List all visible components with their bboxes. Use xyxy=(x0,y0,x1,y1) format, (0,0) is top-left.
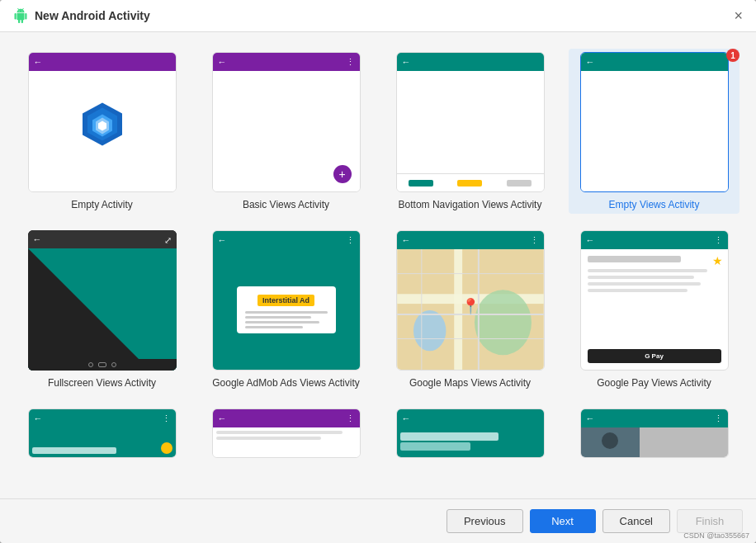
partial-circle xyxy=(602,432,618,449)
partial-preview-4: ← ⋮ xyxy=(580,408,729,458)
empty-activity-body xyxy=(29,71,176,191)
partial-body-2 xyxy=(213,427,360,457)
partial-topbar-2: ← ⋮ xyxy=(213,409,360,427)
pay-label: Google Pay Views Activity xyxy=(597,377,711,389)
fullscreen-label: Fullscreen Views Activity xyxy=(48,377,156,389)
back-arrow-icon: ← xyxy=(34,57,43,67)
hex-logo-icon xyxy=(78,100,127,149)
partial-body-4 xyxy=(581,427,728,457)
pay-line-2 xyxy=(588,276,695,279)
nav-dot-3 xyxy=(111,362,116,367)
bottom-navigation-bar xyxy=(397,173,544,191)
pay-menu-dots: ⋮ xyxy=(714,235,723,246)
map-body: 📍 xyxy=(397,249,544,370)
maps-label: Google Maps Views Activity xyxy=(409,377,531,389)
bottom-nav-topbar: ← xyxy=(397,53,544,71)
empty-activity-item[interactable]: ← xyxy=(17,49,187,214)
map-pin-icon: 📍 xyxy=(461,297,480,315)
empty-views-activity-item[interactable]: ← 1 Empty Views Activity xyxy=(569,49,739,214)
partial-body-1 xyxy=(29,427,176,457)
maps-menu-dots: ⋮ xyxy=(530,235,539,246)
partial-teal-bar xyxy=(400,432,498,441)
partial-line-2 xyxy=(216,437,322,440)
bottom-nav-body xyxy=(397,71,544,173)
partial-dots-2: ⋮ xyxy=(346,413,355,424)
partial-item-1[interactable]: ← ⋮ xyxy=(17,405,187,461)
finish-button[interactable]: Finish xyxy=(677,509,743,533)
empty-views-preview: ← xyxy=(580,52,729,192)
bottom-nav-preview: ← xyxy=(396,52,545,192)
maps-preview: ← ⋮ xyxy=(396,230,545,371)
bottom-nav-activity-item[interactable]: ← Bottom Navigation Views Activity xyxy=(385,49,555,214)
partial-body-3 xyxy=(397,427,544,457)
dialog-footer: Previous Next Cancel Finish xyxy=(0,498,756,543)
partial-preview-2: ← ⋮ xyxy=(212,408,361,458)
partial-back-2: ← xyxy=(218,413,227,423)
cancel-button[interactable]: Cancel xyxy=(602,509,670,533)
nav-item-3 xyxy=(507,180,532,187)
back-arrow-icon4: ← xyxy=(586,57,595,67)
android-icon xyxy=(13,8,28,23)
ad-line-2 xyxy=(245,316,311,319)
pay-body: ★ G Pay xyxy=(581,249,728,370)
next-button[interactable]: Next xyxy=(530,509,596,533)
pay-title-placeholder xyxy=(588,256,681,262)
basic-views-preview: ← ⋮ + xyxy=(212,52,361,192)
selection-badge: 1 xyxy=(726,49,739,62)
title-bar: New Android Activity × xyxy=(0,0,756,32)
basic-views-topbar: ← ⋮ xyxy=(213,53,360,71)
fab-button: + xyxy=(333,165,352,183)
admob-preview: ← ⋮ Interstitial Ad xyxy=(212,230,361,371)
ad-line-3 xyxy=(245,321,319,323)
maps-activity-item[interactable]: ← ⋮ xyxy=(385,227,555,392)
basic-views-activity-item[interactable]: ← ⋮ + Basic Views Activity xyxy=(201,49,371,214)
partial-item-2[interactable]: ← ⋮ xyxy=(201,405,371,461)
basic-views-body: + xyxy=(213,71,360,191)
partial-star-1 xyxy=(161,442,172,454)
pay-topbar: ← ⋮ xyxy=(581,231,728,249)
previous-button[interactable]: Previous xyxy=(447,509,523,533)
partial-line-1 xyxy=(216,431,343,434)
empty-views-label: Empty Views Activity xyxy=(609,199,700,210)
admob-topbar: ← ⋮ xyxy=(213,231,360,249)
pay-activity-item[interactable]: ← ⋮ ★ G Pay Goog xyxy=(569,227,739,392)
dialog-title: New Android Activity xyxy=(35,9,150,22)
partial-teal-bar2 xyxy=(400,442,470,451)
back-arrow-icon7: ← xyxy=(402,235,411,245)
fullscreen-nav-bar xyxy=(28,359,177,371)
admob-menu-dots: ⋮ xyxy=(346,235,355,246)
empty-views-topbar: ← xyxy=(581,53,728,71)
partial-activity-grid: ← ⋮ ← ⋮ xyxy=(17,405,739,461)
bottom-nav-label: Bottom Navigation Views Activity xyxy=(399,199,542,210)
partial-right-panel xyxy=(640,427,728,457)
basic-views-label: Basic Views Activity xyxy=(243,199,329,210)
star-icon: ★ xyxy=(712,254,723,267)
partial-item-4[interactable]: ← ⋮ xyxy=(569,405,739,461)
partial-dots-4: ⋮ xyxy=(714,413,723,424)
fullscreen-body xyxy=(28,248,177,371)
partial-item-3[interactable]: ← xyxy=(385,405,555,461)
partial-topbar-1: ← ⋮ xyxy=(29,409,176,427)
title-bar-left: New Android Activity xyxy=(13,8,150,23)
back-arrow-icon3: ← xyxy=(402,57,411,67)
interstitial-ad-label: Interstitial Ad xyxy=(258,295,314,306)
partial-back-4: ← xyxy=(586,413,595,423)
expand-icon: ⤢ xyxy=(164,235,172,246)
admob-activity-item[interactable]: ← ⋮ Interstitial Ad xyxy=(201,227,371,392)
admob-body: Interstitial Ad xyxy=(213,249,360,370)
partial-left-panel xyxy=(581,427,640,457)
admob-label: Google AdMob Ads Views Activity xyxy=(212,377,360,389)
maps-topbar: ← ⋮ xyxy=(397,231,544,249)
back-arrow-icon5: ← xyxy=(33,234,42,244)
svg-point-9 xyxy=(413,310,445,351)
ad-line-1 xyxy=(245,311,328,314)
fullscreen-activity-item[interactable]: ← ⤢ Fullscreen Views Ac xyxy=(17,227,187,392)
ad-card: Interstitial Ad xyxy=(237,286,336,333)
google-pay-button: G Pay xyxy=(588,349,721,363)
empty-activity-label: Empty Activity xyxy=(71,199,133,210)
pay-line-3 xyxy=(588,282,702,286)
nav-item-2 xyxy=(457,180,482,187)
partial-topbar-4: ← ⋮ xyxy=(581,409,728,427)
empty-activity-preview: ← xyxy=(28,52,177,192)
close-button[interactable]: × xyxy=(734,8,743,23)
